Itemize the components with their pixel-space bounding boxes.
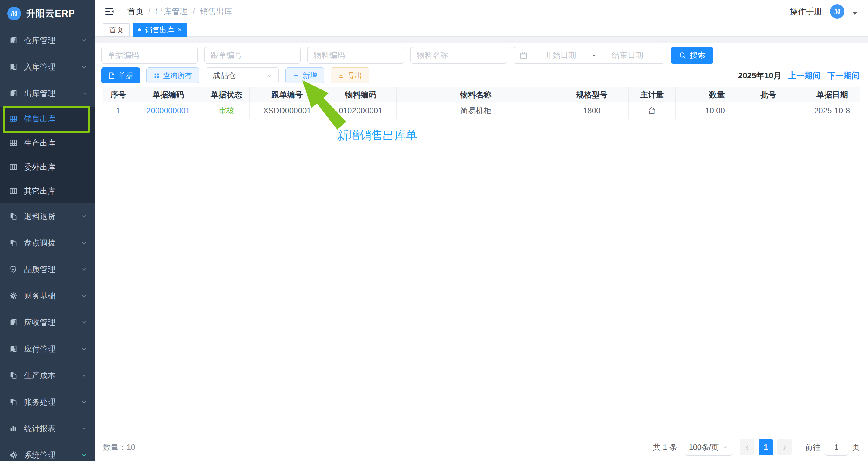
- column-header: 单据编码: [133, 87, 204, 102]
- close-tab-icon[interactable]: ×: [178, 27, 182, 33]
- chevron-down-icon: [81, 372, 87, 379]
- goto-page-input[interactable]: [825, 439, 848, 456]
- sidebar-item-4[interactable]: 盘点调拨: [0, 229, 95, 256]
- plus-icon: [292, 72, 300, 79]
- sidebar-item-label: 品质管理: [24, 264, 74, 275]
- sidebar-item-2[interactable]: 出库管理: [0, 80, 95, 107]
- sidebar-item-5[interactable]: 品质管理: [0, 256, 95, 283]
- add-button[interactable]: 新增: [285, 67, 324, 84]
- collapse-sidebar-icon[interactable]: [104, 6, 115, 17]
- sidebar-item-0[interactable]: 仓库管理: [0, 27, 95, 54]
- app-logo-icon: M: [7, 7, 21, 21]
- tab-home[interactable]: 首页: [103, 23, 130, 37]
- chevron-down-icon: [81, 346, 87, 352]
- table-row: 12000000001审核XSDD0000010102000001简易机柜180…: [103, 102, 860, 119]
- material-name-input[interactable]: [410, 47, 507, 64]
- breadcrumb-home[interactable]: 首页: [127, 6, 144, 17]
- export-button[interactable]: 导出: [331, 67, 369, 84]
- date-range-picker[interactable]: 开始日期 - 结束日期: [514, 47, 664, 64]
- copy-icon: [9, 371, 18, 380]
- table-cell: 简易机柜: [397, 102, 555, 119]
- chevron-down-icon: [81, 319, 87, 326]
- copy-icon: [9, 212, 18, 220]
- chevron-down-icon: [81, 452, 87, 458]
- date-range-separator: -: [592, 51, 597, 60]
- tab-sales-outbound[interactable]: 销售出库 ×: [133, 23, 187, 37]
- tab-bar: 首页 销售出库 ×: [95, 23, 868, 37]
- sidebar-item-3[interactable]: 退料退货: [0, 203, 95, 229]
- search-button[interactable]: 搜索: [671, 47, 713, 64]
- chevron-down-icon: [81, 399, 87, 405]
- table-cell: 审核: [204, 102, 250, 119]
- copy-icon: [9, 239, 18, 247]
- sidebar: M 升阳云ERP 仓库管理入库管理出库管理销售出库生产出库委外出库其它出库退料退…: [0, 0, 95, 461]
- sidebar-item-label: 财务基础: [24, 291, 74, 301]
- sidebar-item-11[interactable]: 统计报表: [0, 415, 95, 442]
- warehouse-select-value: 成品仓: [213, 70, 236, 81]
- table-cell: [733, 102, 804, 119]
- page-size-select[interactable]: 100条/页: [685, 439, 732, 456]
- tab-sales-outbound-label: 销售出库: [145, 25, 174, 35]
- sidebar-item-6[interactable]: 财务基础: [0, 283, 95, 309]
- table-cell: 2025-10-8: [804, 102, 860, 119]
- calendar-icon: [519, 51, 528, 60]
- export-button-label: 导出: [348, 71, 362, 81]
- copy-icon: [9, 398, 18, 406]
- period-label: 2025年10月: [738, 70, 781, 81]
- column-header: 物料名称: [397, 87, 555, 102]
- next-page-button[interactable]: ›: [777, 439, 792, 455]
- next-period-link[interactable]: 下一期间: [827, 70, 860, 81]
- document-button-label: 单据: [119, 71, 133, 81]
- sidebar-item-7[interactable]: 应收管理: [0, 309, 95, 336]
- column-header: 单据状态: [204, 87, 250, 102]
- sidebar-subitem-label: 生产出库: [24, 138, 87, 148]
- breadcrumb-item: 销售出库: [200, 6, 232, 17]
- sidebar-item-8[interactable]: 应付管理: [0, 336, 95, 362]
- material-code-input[interactable]: [307, 47, 404, 64]
- sidebar-subitem-0[interactable]: 销售出库: [0, 107, 95, 131]
- page-1-button[interactable]: 1: [758, 439, 773, 455]
- sidebar-nav: 仓库管理入库管理出库管理销售出库生产出库委外出库其它出库退料退货盘点调拨品质管理…: [0, 27, 95, 461]
- user-menu-caret-icon[interactable]: [852, 12, 857, 16]
- end-date-placeholder[interactable]: 结束日期: [596, 50, 658, 61]
- chevron-down-icon: [81, 37, 87, 44]
- prev-period-link[interactable]: 上一期间: [788, 70, 821, 81]
- table-cell: 0102000001: [325, 102, 397, 119]
- order-no-input[interactable]: [204, 47, 301, 64]
- gear-icon: [9, 451, 18, 459]
- breadcrumb-separator: /: [148, 7, 151, 16]
- period-nav: 2025年10月 上一期间 下一期间: [738, 70, 860, 81]
- doc-code-input[interactable]: [101, 47, 198, 64]
- chevron-down-icon: [267, 72, 273, 79]
- sidebar-item-10[interactable]: 账务处理: [0, 389, 95, 415]
- prev-page-button[interactable]: ‹: [740, 439, 754, 455]
- manual-link[interactable]: 操作手册: [789, 6, 822, 17]
- sidebar-item-label: 应付管理: [24, 344, 74, 354]
- document-button[interactable]: 单据: [101, 67, 140, 84]
- doc-code-link[interactable]: 2000000001: [133, 102, 204, 119]
- sidebar-subitem-3[interactable]: 其它出库: [0, 179, 95, 203]
- query-all-button[interactable]: 查询所有: [147, 67, 199, 84]
- query-all-button-label: 查询所有: [163, 71, 192, 81]
- column-header: 主计量: [629, 87, 676, 102]
- table-cell: 1800: [555, 102, 629, 119]
- sidebar-item-12[interactable]: 系统管理: [0, 442, 95, 461]
- book-icon: [9, 89, 18, 98]
- tab-home-label: 首页: [109, 25, 124, 35]
- warehouse-select[interactable]: 成品仓: [206, 67, 279, 84]
- sidebar-subitem-2[interactable]: 委外出库: [0, 155, 95, 179]
- sidebar-item-label: 仓库管理: [24, 35, 74, 46]
- sidebar-item-9[interactable]: 生产成本: [0, 362, 95, 389]
- sidebar-item-1[interactable]: 入库管理: [0, 54, 95, 80]
- app-logo: M 升阳云ERP: [0, 0, 95, 27]
- search-icon: [679, 52, 687, 59]
- quantity-summary: 数量：10: [103, 442, 135, 453]
- document-icon: [108, 72, 116, 79]
- gear-icon: [9, 292, 18, 300]
- avatar[interactable]: M: [830, 4, 844, 19]
- start-date-placeholder[interactable]: 开始日期: [530, 50, 592, 61]
- breadcrumb-item: 出库管理: [156, 6, 188, 17]
- column-header: 跟单编号: [250, 87, 325, 102]
- chevron-down-icon: [81, 425, 87, 432]
- sidebar-subitem-1[interactable]: 生产出库: [0, 131, 95, 155]
